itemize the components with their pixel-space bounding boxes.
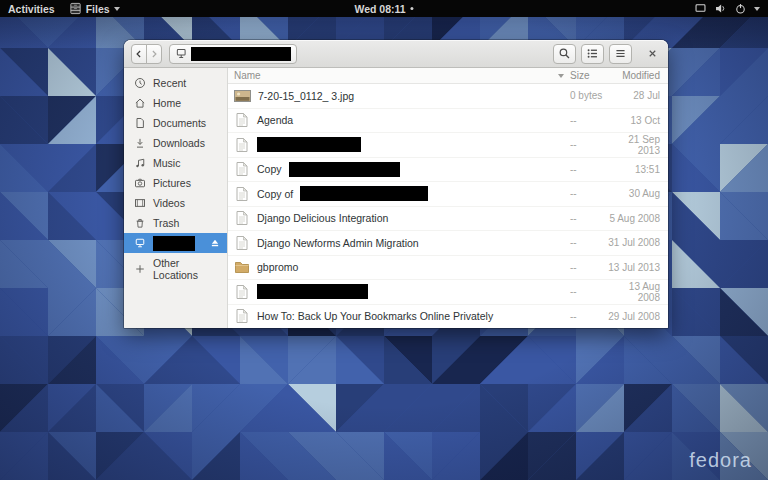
document-icon: [234, 308, 250, 324]
file-size: --: [570, 237, 606, 248]
column-header-size[interactable]: Size: [570, 70, 606, 81]
close-button[interactable]: [643, 45, 661, 63]
clock-button[interactable]: Wed 08:11: [354, 3, 413, 15]
sidebar-item-downloads[interactable]: Downloads: [124, 133, 227, 153]
menu-icon: [614, 47, 627, 60]
power-icon: [734, 2, 747, 15]
file-row[interactable]: Copy -- 13:51: [228, 158, 668, 183]
file-row[interactable]: gbpromo -- 13 Jul 2013: [228, 256, 668, 281]
document-icon: [234, 235, 250, 251]
header-bar: [124, 40, 668, 68]
file-row[interactable]: Agenda -- 13 Oct: [228, 109, 668, 134]
redacted-file-name: [289, 162, 400, 177]
sidebar-item-pictures[interactable]: Pictures: [124, 173, 227, 193]
activities-label: Activities: [8, 3, 55, 15]
file-size: --: [570, 213, 606, 224]
file-row[interactable]: How To: Back Up Your Bookmarks Online Pr…: [228, 305, 668, 329]
sidebar-item-music[interactable]: Music: [124, 153, 227, 173]
drive-icon: [175, 47, 187, 60]
sidebar-item-recent[interactable]: Recent: [124, 73, 227, 93]
file-rows: 7-20-15_0112_ 3.jpg 0 bytes 28 Jul Agend…: [228, 84, 668, 328]
camera-icon: [134, 177, 146, 189]
file-row[interactable]: 7-20-15_0112_ 3.jpg 0 bytes 28 Jul: [228, 84, 668, 109]
location-path-button[interactable]: [169, 44, 297, 64]
column-header-name[interactable]: Name: [228, 70, 570, 81]
file-size: --: [570, 164, 606, 175]
redacted-drive-name: [153, 236, 195, 251]
menu-button[interactable]: [609, 44, 632, 64]
file-name: gbpromo: [257, 261, 298, 273]
activities-button[interactable]: Activities: [8, 0, 55, 17]
file-name-cell: Copy of: [228, 186, 570, 202]
file-name: How To: Back Up Your Bookmarks Online Pr…: [257, 310, 493, 322]
sort-descending-icon: [558, 74, 564, 78]
file-name-cell: How To: Back Up Your Bookmarks Online Pr…: [228, 308, 570, 324]
top-bar: Activities Files Wed 08:11: [0, 0, 768, 17]
eject-icon[interactable]: [209, 237, 221, 249]
document-icon: [134, 117, 146, 129]
redacted-file-name: [257, 284, 368, 299]
sidebar-label: Pictures: [153, 177, 191, 189]
file-modified: 13 Aug 2008: [606, 281, 668, 303]
file-row[interactable]: Copy of -- 30 Aug: [228, 182, 668, 207]
drive-icon: [134, 237, 146, 249]
file-modified: 13 Jul 2013: [606, 262, 668, 273]
app-menu-label: Files: [86, 3, 110, 15]
home-icon: [134, 97, 146, 109]
notification-dot: [411, 7, 414, 10]
sidebar-item-mounted-drive[interactable]: [124, 233, 227, 253]
chevron-down-icon: [754, 7, 760, 11]
document-icon: [234, 186, 250, 202]
file-name-cell: 7-20-15_0112_ 3.jpg: [228, 88, 570, 104]
sidebar-item-trash[interactable]: Trash: [124, 213, 227, 233]
sidebar-item-home[interactable]: Home: [124, 93, 227, 113]
window-content: Recent Home Documents Downloads: [124, 68, 668, 328]
document-icon: [234, 210, 250, 226]
trash-icon: [134, 217, 146, 229]
chevron-down-icon: [114, 7, 120, 11]
files-window: Recent Home Documents Downloads: [124, 40, 668, 328]
sidebar-item-videos[interactable]: Videos: [124, 193, 227, 213]
app-menu-files[interactable]: Files: [69, 0, 120, 17]
file-list: Name Size Modified 7-20-15_0112_ 3.jpg 0…: [228, 68, 668, 328]
file-size: --: [570, 262, 606, 273]
file-size: --: [570, 139, 606, 150]
file-name-cell: Django Newforms Admin Migration: [228, 235, 570, 251]
file-name-cell: Copy: [228, 161, 570, 177]
search-icon: [558, 47, 571, 60]
sidebar-item-other-locations[interactable]: Other Locations: [124, 259, 227, 279]
file-name-cell: gbpromo: [228, 259, 570, 275]
view-toggle-button[interactable]: [581, 44, 604, 64]
file-row[interactable]: -- 13 Aug 2008: [228, 280, 668, 305]
file-row[interactable]: Django Newforms Admin Migration -- 31 Ju…: [228, 231, 668, 256]
music-icon: [134, 157, 146, 169]
nav-buttons: [131, 44, 162, 64]
column-header-modified[interactable]: Modified: [606, 70, 668, 81]
document-icon: [234, 112, 250, 128]
search-button[interactable]: [553, 44, 576, 64]
redacted-file-name: [300, 186, 428, 201]
video-icon: [134, 197, 146, 209]
file-row[interactable]: Django Delicious Integration -- 5 Aug 20…: [228, 207, 668, 232]
redacted-file-name: [257, 137, 361, 152]
file-modified: 28 Jul: [606, 90, 668, 101]
file-name-cell: Agenda: [228, 112, 570, 128]
sidebar-label: Home: [153, 97, 181, 109]
sidebar-item-documents[interactable]: Documents: [124, 113, 227, 133]
file-row[interactable]: -- 21 Sep 2013: [228, 133, 668, 158]
file-size: --: [570, 286, 606, 297]
forward-button[interactable]: [146, 44, 162, 64]
back-icon: [133, 48, 145, 60]
clock-label: Wed 08:11: [354, 3, 405, 15]
document-icon: [234, 284, 250, 300]
file-size: --: [570, 188, 606, 199]
document-icon: [234, 137, 250, 153]
close-icon: [647, 48, 658, 59]
file-modified: 30 Aug: [606, 188, 668, 199]
forward-icon: [148, 48, 160, 60]
system-status-menu[interactable]: [694, 2, 760, 15]
back-button[interactable]: [131, 44, 147, 64]
file-modified: 13:51: [606, 164, 668, 175]
column-headers: Name Size Modified: [228, 68, 668, 84]
file-name: Django Delicious Integration: [257, 212, 388, 224]
